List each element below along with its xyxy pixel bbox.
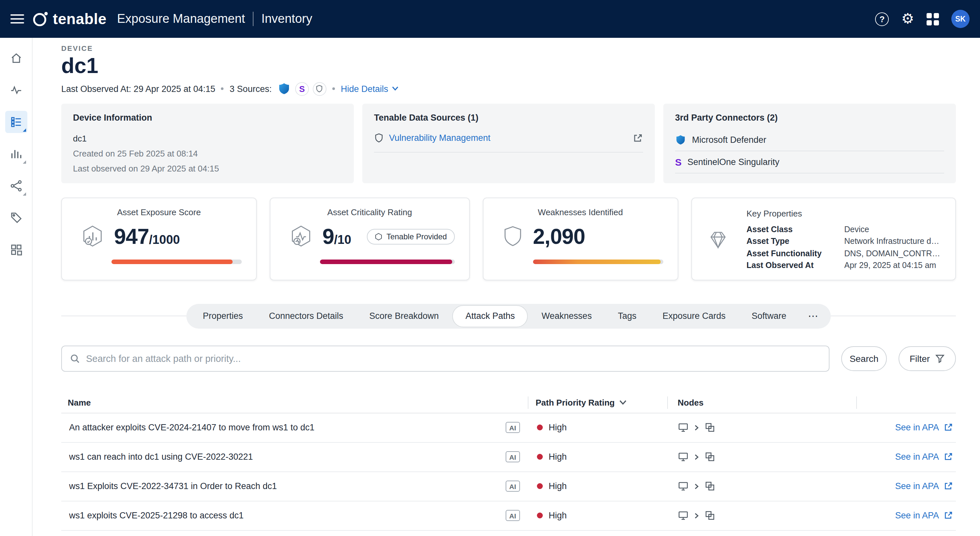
tab-bar: Properties Connectors Details Score Brea… [186, 304, 830, 329]
help-icon[interactable]: ? [875, 12, 889, 26]
tab-attack-paths[interactable]: Attack Paths [453, 305, 528, 327]
bullet-separator [332, 88, 335, 90]
table-row[interactable]: ws1 Exploits CVE-2022-34731 in Order to … [61, 472, 956, 501]
section-title: Inventory [261, 12, 312, 26]
tab-connectors-details[interactable]: Connectors Details [256, 305, 355, 327]
external-link-icon[interactable] [943, 482, 953, 491]
tabs-row: Properties Connectors Details Score Brea… [61, 304, 956, 329]
filter-button-label: Filter [910, 353, 930, 364]
apps-grid-icon[interactable] [927, 13, 939, 25]
see-in-apa-link[interactable]: See in APA [895, 452, 939, 462]
tag-icon [10, 211, 22, 224]
settings-icon[interactable]: ⚙ [902, 12, 914, 26]
tab-tags[interactable]: Tags [605, 305, 649, 327]
last-observed-text: Last Observed At: 29 Apr 2025 at 04:15 [61, 84, 215, 94]
sentinelone-icon: S [675, 156, 682, 168]
badge-label: Tenable Provided [387, 232, 447, 241]
workstation-icon [678, 510, 689, 521]
priority-label: High [549, 452, 567, 462]
tab-divider-line [831, 316, 956, 317]
sidebar-item-home[interactable] [5, 47, 27, 69]
table-row[interactable]: ws1 can reach into dc1 using CVE-2022-30… [61, 443, 956, 472]
progress-track [320, 260, 455, 264]
weaknesses-identified-card: Weaknesses Identified 2,090 [483, 198, 678, 281]
chevron-right-icon[interactable] [694, 454, 699, 460]
entity-type-label: DEVICE [61, 44, 956, 52]
brand-name: tenable [53, 10, 107, 28]
app-window: tenable Exposure Management Inventory ? … [0, 0, 980, 536]
server-icon [705, 451, 716, 463]
card-title: 3rd Party Connectors (2) [675, 113, 944, 123]
tab-software[interactable]: Software [739, 305, 799, 327]
connector-label: SentinelOne Singularity [687, 157, 779, 167]
sentinelone-glyph: S [299, 84, 305, 94]
title-divider [253, 12, 253, 26]
inventory-icon [10, 115, 22, 128]
chevron-right-icon[interactable] [694, 424, 699, 431]
see-in-apa-link[interactable]: See in APA [895, 482, 939, 491]
asset-exposure-score-card: Asset Exposure Score 947 /1000 [61, 198, 257, 281]
see-in-apa-link[interactable]: See in APA [895, 423, 939, 433]
table-row[interactable]: An attacker exploits CVE-2024-21407 to m… [61, 413, 956, 443]
tenable-vm-icon [313, 82, 326, 96]
tenable-provided-badge: Tenable Provided [367, 229, 455, 244]
tab-overflow-icon[interactable]: ⋯ [800, 305, 827, 327]
column-label: Path Priority Rating [536, 398, 615, 408]
external-link-icon[interactable] [633, 133, 643, 144]
search-row: Search Filter [61, 346, 956, 372]
metric-denominator: /10 [334, 233, 351, 247]
tenable-logo-icon [32, 10, 49, 27]
property-value: Network Infrastructure device [844, 236, 941, 248]
key-property-row: Last Observed At Apr 29, 2025 at 04:15 a… [746, 260, 941, 272]
hexagon-icon [375, 233, 382, 241]
chevron-right-icon[interactable] [694, 512, 699, 519]
external-link-icon[interactable] [943, 423, 953, 433]
property-value: Device [844, 224, 941, 236]
device-created-text: Created on 25 Feb 2025 at 08:14 [73, 149, 342, 158]
workstation-icon [678, 422, 689, 433]
workstation-icon [678, 481, 689, 492]
tab-properties[interactable]: Properties [190, 305, 255, 327]
sidebar-item-activity[interactable] [5, 79, 27, 101]
tab-score-breakdown[interactable]: Score Breakdown [357, 305, 451, 327]
hide-details-label: Hide Details [341, 84, 388, 94]
progress-fill [320, 260, 452, 264]
tab-exposure-cards[interactable]: Exposure Cards [650, 305, 738, 327]
user-avatar[interactable]: SK [951, 10, 970, 28]
hide-details-link[interactable]: Hide Details [341, 84, 399, 94]
key-properties-list: Asset Class Device Asset Type Network In… [746, 224, 941, 272]
sidebar-item-dashboards[interactable] [5, 143, 27, 165]
sort-icon[interactable] [619, 400, 627, 405]
column-header-nodes: Nodes [667, 392, 856, 413]
search-button[interactable]: Search [841, 346, 887, 371]
sidebar-item-tags[interactable] [5, 207, 27, 229]
column-header-actions [856, 392, 956, 413]
metric-title: Asset Exposure Score [76, 207, 242, 217]
external-link-icon[interactable] [943, 511, 953, 521]
tab-weaknesses[interactable]: Weaknesses [529, 305, 604, 327]
progress-track [111, 260, 242, 264]
sidebar-item-integrations[interactable] [5, 239, 27, 261]
search-box [61, 346, 829, 372]
sidebar-item-attack-path[interactable] [5, 175, 27, 197]
device-name: dc1 [73, 134, 342, 144]
external-link-icon[interactable] [943, 452, 953, 462]
connector-list: Microsoft Defender S SentinelOne Singula… [675, 129, 944, 174]
metric-cards: Asset Exposure Score 947 /1000 Asset Cri… [61, 198, 956, 281]
vulnerability-management-link[interactable]: Vulnerability Management [389, 133, 490, 143]
left-sidebar [0, 38, 33, 536]
search-input[interactable] [86, 353, 821, 364]
server-icon [705, 481, 716, 492]
chevron-right-icon[interactable] [694, 483, 699, 490]
priority-label: High [549, 423, 567, 433]
chevron-down-icon [391, 86, 399, 92]
key-property-row: Asset Type Network Infrastructure device [746, 236, 941, 248]
property-value: DNS, DOMAIN_CONTROLLER, DS, ... [844, 248, 941, 260]
menu-icon[interactable] [10, 14, 24, 24]
see-in-apa-link[interactable]: See in APA [895, 511, 939, 521]
sentinelone-icon: S [295, 82, 309, 96]
attack-paths-table: Name Path Priority Rating Nodes An attac… [61, 392, 956, 531]
table-row[interactable]: ws1 exploits CVE-2025-21298 to access dc… [61, 501, 956, 531]
filter-button[interactable]: Filter [899, 346, 956, 371]
sidebar-item-inventory[interactable] [5, 111, 27, 133]
